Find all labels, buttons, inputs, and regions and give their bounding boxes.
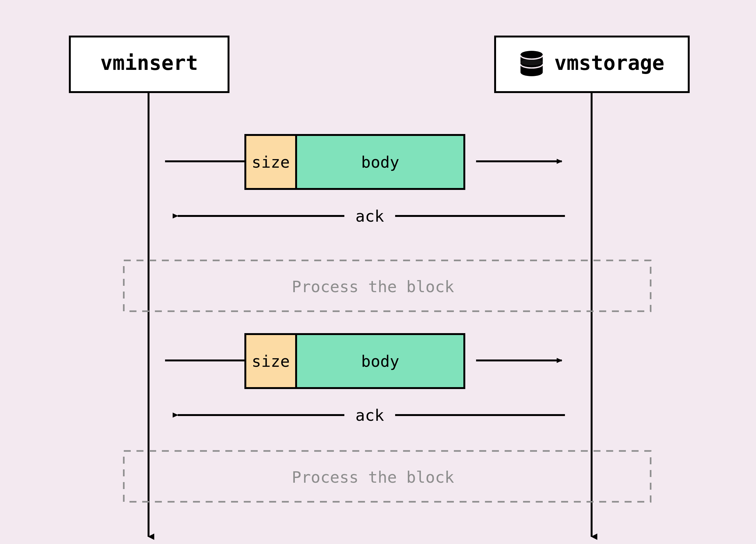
packet-body-label-1: body [361, 153, 399, 171]
ack-label-1: ack [355, 207, 384, 225]
participant-vminsert: vminsert [70, 36, 229, 92]
process-label-2: Process the block [292, 468, 454, 487]
participant-vminsert-label: vminsert [100, 51, 198, 75]
sequence-diagram: vminsert vmstorage size body ack [0, 0, 756, 544]
ack-label-2: ack [355, 406, 384, 425]
packet-size-label-1: size [252, 153, 290, 171]
packet-size-label-2: size [252, 352, 290, 371]
packet-body-label-2: body [361, 352, 399, 371]
participant-vmstorage-label: vmstorage [554, 51, 665, 75]
database-icon [521, 51, 543, 76]
process-label-1: Process the block [292, 278, 454, 296]
svg-point-2 [521, 51, 543, 58]
participant-vmstorage: vmstorage [495, 36, 689, 92]
svg-point-4 [521, 59, 543, 65]
